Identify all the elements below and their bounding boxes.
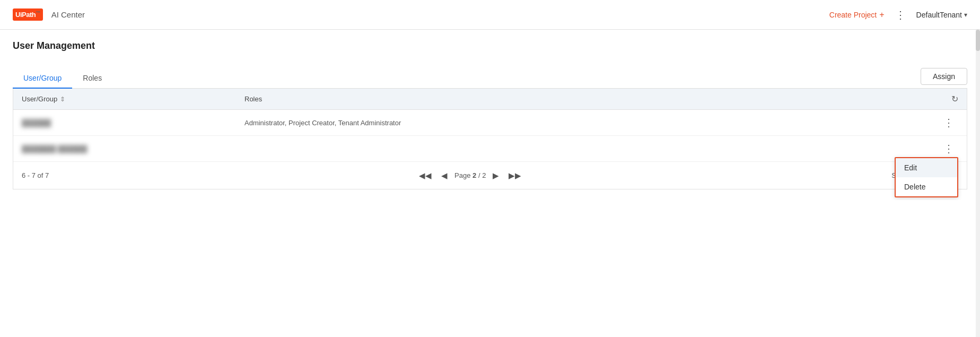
first-page-button[interactable]: ◀◀ — [416, 170, 434, 182]
app-name: AI Center — [51, 10, 85, 19]
usergroup-value-1: ██████ — [22, 119, 51, 127]
tenant-name: DefaultTenant — [916, 11, 962, 19]
top-action-area: User Management — [13, 40, 967, 60]
tab-user-group[interactable]: User/Group — [13, 68, 72, 89]
pagination-range: 6 - 7 of 7 — [22, 171, 49, 179]
context-menu: Edit Delete — [895, 157, 958, 197]
create-project-button[interactable]: Create Project + — [829, 10, 885, 20]
col-header-usergroup: User/Group ⇕ — [22, 95, 244, 103]
usergroup-value-2: ███████ ██████ — [22, 145, 87, 153]
row-more-button-1[interactable]: ⋮ — [939, 116, 958, 129]
table-header: User/Group ⇕ Roles ↻ — [13, 89, 967, 110]
last-page-button[interactable]: ▶▶ — [506, 170, 524, 182]
plus-icon: + — [879, 10, 884, 20]
header-more-icon[interactable]: ⋮ — [893, 6, 908, 23]
cell-usergroup-2: ███████ ██████ — [22, 145, 244, 153]
logo-tm: ™ — [36, 10, 40, 15]
context-menu-edit[interactable]: Edit — [896, 158, 957, 177]
row-more-button-2[interactable]: ⋮ — [939, 142, 958, 155]
pagination-row: 6 - 7 of 7 ◀◀ ◀ Page 2 / 2 ▶ ▶▶ Show ite… — [13, 162, 967, 189]
logo-path-text: Path — [22, 11, 36, 19]
scrollbar[interactable] — [976, 30, 980, 200]
col-header-roles: Roles — [244, 95, 951, 103]
cell-roles-1: Administrator, Project Creator, Tenant A… — [244, 119, 939, 127]
table-row: ███████ ██████ ⋮ Edit Delete — [13, 136, 967, 162]
cell-usergroup-1: ██████ — [22, 119, 244, 127]
assign-button[interactable]: Assign — [921, 68, 967, 85]
row-actions-2: ⋮ Edit Delete — [939, 142, 958, 155]
logo-ui-text: Ui — [15, 11, 22, 19]
create-project-label: Create Project — [829, 11, 877, 19]
row-actions-1: ⋮ — [939, 116, 958, 129]
page-text: Page 2 / 2 — [454, 171, 486, 179]
current-page: 2 — [472, 171, 476, 179]
sort-icon[interactable]: ⇕ — [60, 96, 65, 103]
tenant-selector[interactable]: DefaultTenant ▾ — [916, 11, 967, 19]
logo-ui-box: UiPath™ — [13, 8, 43, 20]
scroll-thumb[interactable] — [976, 30, 980, 51]
page-title: User Management — [13, 40, 95, 51]
total-pages: 2 — [482, 171, 486, 179]
logo: UiPath™ — [13, 8, 43, 20]
prev-page-button[interactable]: ◀ — [439, 170, 450, 182]
refresh-button[interactable]: ↻ — [951, 94, 958, 104]
user-group-table: User/Group ⇕ Roles ↻ ██████ Administrato… — [13, 89, 967, 189]
header-right: Create Project + ⋮ DefaultTenant ▾ — [829, 6, 967, 23]
main-content: User Management Assign User/Group Roles … — [0, 30, 980, 200]
context-menu-delete[interactable]: Delete — [896, 177, 957, 196]
tab-roles[interactable]: Roles — [72, 68, 112, 89]
header-left: UiPath™ AI Center — [13, 8, 85, 20]
table-row: ██████ Administrator, Project Creator, T… — [13, 110, 967, 136]
next-page-button[interactable]: ▶ — [490, 170, 502, 182]
chevron-down-icon: ▾ — [964, 11, 967, 19]
app-header: UiPath™ AI Center Create Project + ⋮ Def… — [0, 0, 980, 30]
pagination-controls: ◀◀ ◀ Page 2 / 2 ▶ ▶▶ — [416, 170, 524, 182]
tabs-container: User/Group Roles — [13, 68, 967, 89]
